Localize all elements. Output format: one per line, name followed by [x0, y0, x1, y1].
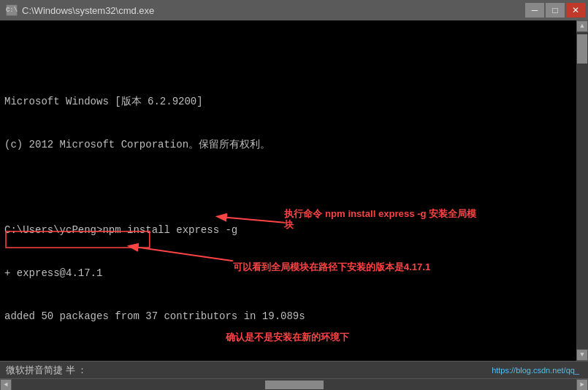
terminal-line-2: (c) 2012 Microsoft Corporation。保留所有权利。: [4, 138, 572, 153]
scroll-left-button[interactable]: ◄: [0, 379, 12, 391]
scrollbar-h-thumb[interactable]: [265, 381, 324, 389]
scroll-down-button[interactable]: ▼: [576, 349, 588, 361]
svg-line-4: [130, 246, 233, 261]
minimize-button[interactable]: ─: [525, 3, 544, 18]
bottom-right: https://blog.csdn.net/qq_: [492, 366, 582, 375]
vertical-scrollbar[interactable]: ▲ ▼: [576, 20, 588, 361]
title-bar-left: C:\ C:\Windows\system32\cmd.exe: [6, 4, 154, 16]
terminal-line-4: C:\Users\ycPeng>npm install express -g: [4, 223, 572, 238]
terminal-line-7: [4, 353, 572, 361]
terminal-line-1: Microsoft Windows [版本 6.2.9200]: [4, 95, 572, 110]
scroll-up-button[interactable]: ▲: [576, 20, 588, 32]
scroll-right-button[interactable]: ►: [576, 379, 588, 391]
terminal-line-5: + express@4.17.1: [4, 267, 572, 281]
terminal-content: Microsoft Windows [版本 6.2.9200] (c) 2012…: [4, 52, 572, 361]
scrollbar-track[interactable]: [576, 32, 588, 349]
cmd-wrapper: Microsoft Windows [版本 6.2.9200] (c) 2012…: [0, 20, 588, 361]
svg-text:确认是不是安装在新的环境下: 确认是不是安装在新的环境下: [225, 332, 350, 343]
status-url: https://blog.csdn.net/qq_: [492, 366, 582, 375]
cmd-icon: C:\: [6, 4, 18, 16]
close-button[interactable]: ✕: [566, 3, 585, 18]
window-controls: ─ □ ✕: [525, 3, 585, 18]
ime-text: 微软拼音简捷 半 ：: [6, 364, 87, 377]
svg-text:执行命令 npm install express -g 安装: 执行命令 npm install express -g 安装全局模: [283, 208, 477, 219]
svg-line-2: [218, 217, 285, 223]
scrollbar-h-track[interactable]: [12, 381, 576, 389]
terminal-line-3: [4, 181, 572, 196]
scrollbar-thumb[interactable]: [577, 34, 587, 64]
window-title: C:\Windows\system32\cmd.exe: [22, 5, 154, 16]
maximize-button[interactable]: □: [546, 3, 565, 18]
bottom-bar: 微软拼音简捷 半 ： https://blog.csdn.net/qq_: [0, 361, 588, 378]
terminal-line-6: added 50 packages from 37 contributors i…: [4, 310, 572, 324]
terminal-area[interactable]: Microsoft Windows [版本 6.2.9200] (c) 2012…: [0, 20, 576, 361]
title-bar: C:\ C:\Windows\system32\cmd.exe ─ □ ✕: [0, 0, 588, 20]
horizontal-scrollbar[interactable]: ◄ ►: [0, 378, 588, 390]
